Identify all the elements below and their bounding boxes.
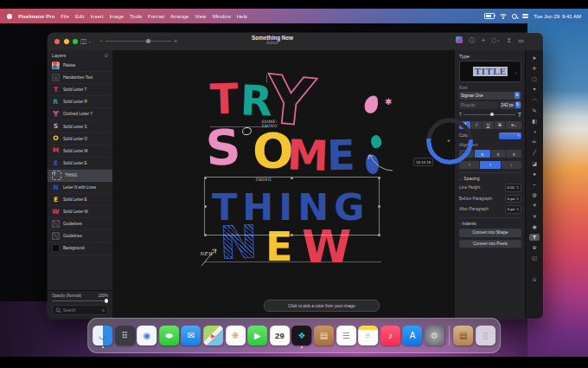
layer-row-solid-letter-w[interactable]: W Solid Letter W	[48, 206, 112, 218]
light-tool[interactable]: ☀	[529, 203, 540, 210]
dock-reminders-icon[interactable]: ☰	[336, 326, 356, 345]
crop-tool[interactable]: ◱	[529, 255, 540, 262]
valign-top-button[interactable]: ↑	[459, 161, 479, 169]
add-button[interactable]: +	[482, 37, 485, 43]
menu-help[interactable]: Help	[237, 14, 247, 19]
menu-arrange[interactable]: Arrange	[170, 14, 189, 19]
line-height-field[interactable]: 0.01⇅	[505, 184, 521, 192]
art-letter-m[interactable]: M	[286, 136, 329, 175]
text-style-preview[interactable]: TITLE ⌄	[459, 61, 521, 82]
indents-header[interactable]: Indents	[462, 221, 476, 226]
dock-launchpad-icon[interactable]: ⠿	[115, 326, 135, 345]
font-size-field[interactable]: 242 px ⇅	[500, 101, 521, 109]
dock-safari-icon[interactable]: ◉	[137, 326, 157, 345]
info-button[interactable]: ⓘ	[470, 37, 476, 43]
italic-button[interactable]: I	[471, 121, 483, 129]
menu-insert[interactable]: Insert	[90, 14, 103, 19]
art-letter-s[interactable]: S	[205, 126, 242, 171]
selection-handle[interactable]	[204, 234, 207, 236]
close-button[interactable]	[54, 39, 60, 44]
dock-mail-icon[interactable]: ✉	[182, 326, 201, 345]
layer-row-guidelines-2[interactable]: Guidelines	[48, 230, 112, 242]
retouch-tool[interactable]: ●	[529, 171, 540, 178]
gradient-tool[interactable]: ◑	[529, 128, 540, 135]
dock-downloads-icon[interactable]: ▤	[453, 326, 473, 345]
chevron-right-icon[interactable]: ›	[459, 222, 460, 226]
zoom-tool[interactable]: ⊕	[529, 244, 540, 251]
selection-handle[interactable]	[378, 234, 380, 236]
selection-bounding-box[interactable]	[204, 177, 380, 236]
control-center-icon[interactable]	[522, 14, 528, 18]
menu-view[interactable]: View	[195, 14, 206, 19]
fullscreen-button[interactable]	[73, 39, 78, 44]
pencil-tool[interactable]: ✏	[529, 139, 540, 146]
dock-app-store-icon[interactable]: A	[402, 326, 422, 345]
layer-row-thing-selected[interactable]: T THING	[48, 170, 112, 182]
dock-facetime-icon[interactable]: ▶	[247, 326, 267, 345]
size-slider-knob[interactable]	[490, 113, 494, 116]
layer-row-palette[interactable]: Palette	[48, 60, 112, 72]
menu-format[interactable]: Format	[148, 14, 164, 19]
text-color-swatch[interactable]: ✎	[499, 132, 521, 139]
layers-filter-icon[interactable]: ⊙	[104, 53, 108, 58]
search-filter-icon[interactable]: ⊘	[101, 308, 105, 313]
font-family-select[interactable]: Sigmar One ⇅	[459, 92, 521, 100]
stepper-icon[interactable]: ⇅	[516, 185, 519, 190]
dock-notes-icon[interactable]: ≡	[358, 326, 378, 345]
opacity-slider[interactable]	[52, 300, 108, 301]
valign-middle-button[interactable]: ↕	[480, 161, 500, 169]
zoom-slider[interactable]: − +	[99, 38, 177, 44]
pen-tool[interactable]: ╱	[529, 150, 540, 157]
dock-photos-icon[interactable]: ❋	[226, 326, 246, 345]
sidebar-toggle-button[interactable]: ◫⌄	[80, 37, 92, 45]
underline-button[interactable]: U	[483, 121, 494, 129]
align-right-button[interactable]: ≡	[491, 150, 506, 158]
erase-tool[interactable]: ◪	[529, 160, 540, 167]
lasso-tool[interactable]: ◠	[529, 97, 540, 104]
font-size-slider[interactable]: T T	[459, 112, 521, 118]
selection-handle[interactable]	[378, 177, 380, 179]
align-center-button[interactable]: ≡	[475, 150, 489, 158]
menu-window[interactable]: Window	[212, 14, 230, 19]
zoom-slider-knob[interactable]	[146, 39, 150, 43]
layers-search-field[interactable]: Search ⊘	[52, 305, 108, 315]
paint-blob-pink[interactable]	[363, 94, 380, 114]
layer-row-solid-letter-t[interactable]: T Solid Letter T	[48, 84, 112, 96]
warp-tool[interactable]: ◉	[529, 223, 540, 230]
before-paragraph-field[interactable]: 0 px⇅	[505, 195, 521, 203]
wifi-icon[interactable]	[500, 14, 507, 19]
layer-row-solid-letter-r[interactable]: R Solid Letter R	[48, 96, 112, 108]
menu-image[interactable]: Image	[109, 14, 124, 19]
paint-star-pink[interactable]: ✱	[385, 98, 392, 106]
apple-menu-icon[interactable]	[7, 14, 12, 19]
layer-row-solid-letter-e-yellow[interactable]: E Solid Letter E	[48, 194, 112, 206]
align-justify-button[interactable]: ≡	[507, 150, 521, 158]
selection-handle[interactable]	[204, 177, 207, 179]
strikethrough-button[interactable]: S	[495, 121, 506, 129]
canvas-button[interactable]: ▭	[518, 37, 524, 43]
quick-selection-tool[interactable]: ✦	[529, 87, 540, 94]
convert-into-shape-button[interactable]: Convert into Shape	[459, 229, 521, 237]
art-letter-t[interactable]: T	[209, 80, 239, 118]
layer-row-solid-letter-m[interactable]: M Solid Letter M	[48, 145, 112, 158]
selection-handle[interactable]	[204, 205, 207, 208]
layer-row-outlined-letter-y[interactable]: Y Outlined Letter Y	[48, 108, 112, 120]
more-tools-button[interactable]: ⊖	[529, 276, 540, 283]
layer-row-solid-letter-o[interactable]: O Solid Letter O	[48, 133, 112, 145]
layer-row-guidelines-1[interactable]: Guidelines	[48, 218, 112, 230]
dock-contacts-icon[interactable]: ▤	[314, 326, 334, 345]
stepper-icon[interactable]: ⇅	[516, 197, 519, 201]
menubar-date[interactable]: Tue Jun 29	[534, 14, 559, 19]
clone-tool[interactable]: ◍	[529, 191, 540, 198]
selection-handle[interactable]	[291, 177, 293, 179]
dock-pixelmator-pro-icon[interactable]: ❖	[292, 326, 312, 345]
convert-into-pixels-button[interactable]: Convert into Pixels	[459, 240, 521, 249]
chevron-down-icon[interactable]: ⌄	[459, 177, 462, 181]
paint-tool[interactable]: ✎	[529, 107, 540, 114]
dock-maps-icon[interactable]: ▸	[203, 326, 223, 345]
menu-app-name[interactable]: Pixelmator Pro	[18, 14, 54, 19]
stepper-icon[interactable]: ⇅	[516, 207, 519, 211]
art-letter-e[interactable]: E	[327, 137, 356, 175]
reshape-tool[interactable]: ~	[529, 181, 540, 188]
stepper-icon[interactable]: ⇅	[514, 92, 520, 99]
